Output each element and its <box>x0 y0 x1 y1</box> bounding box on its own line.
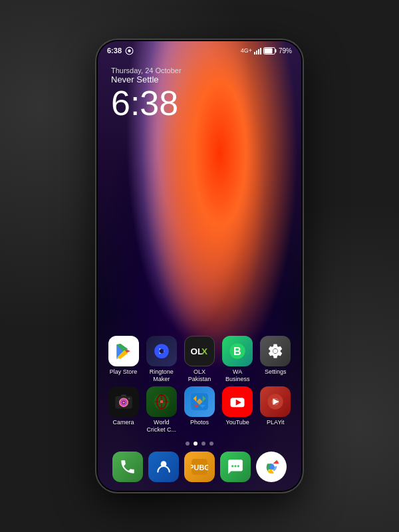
wcc-icon-svg <box>152 392 171 411</box>
chrome-icon-svg <box>262 458 281 476</box>
contacts-icon-svg <box>155 458 172 475</box>
app-youtube[interactable]: YouTube <box>220 386 255 434</box>
signal-bar-2 <box>256 51 257 55</box>
app-grid: Play Store Ringtone Maker <box>98 336 301 438</box>
signal-bars <box>254 47 261 55</box>
dock-phone[interactable] <box>112 452 143 482</box>
page-dot-1 <box>186 442 190 446</box>
app-playit[interactable]: PLAYit <box>258 386 293 434</box>
page-dot-4 <box>209 442 213 446</box>
svg-text:X: X <box>201 346 207 356</box>
screen-record-icon <box>125 47 134 55</box>
dock-chrome[interactable] <box>256 452 287 482</box>
dock-contacts[interactable] <box>148 452 179 482</box>
svg-rect-4 <box>264 48 272 53</box>
wa-business-label: WA Business <box>220 368 255 383</box>
photos-label: Photos <box>190 419 209 426</box>
svg-rect-3 <box>275 49 276 53</box>
signal-bar-4 <box>260 48 261 55</box>
settings-label: Settings <box>265 368 287 376</box>
app-ringtone-maker[interactable]: Ringtone Maker <box>144 336 179 383</box>
status-time: 6:38 <box>107 47 122 55</box>
svg-point-11 <box>273 349 278 354</box>
app-wa-business[interactable]: B WA Business <box>220 336 255 383</box>
olx-label: OLX Pakistan <box>182 368 217 383</box>
app-row-1: Play Store Ringtone Maker <box>104 336 295 383</box>
app-camera[interactable]: Camera <box>106 386 141 434</box>
time-display: 6:38 <box>111 86 182 120</box>
motto-display: Never Settle <box>111 74 182 84</box>
svg-point-1 <box>128 49 130 52</box>
app-settings[interactable]: Settings <box>258 336 293 383</box>
date-display: Thursday, 24 October <box>111 66 182 74</box>
page-dot-3 <box>201 442 205 446</box>
wcc-label: World Cricket C... <box>144 419 179 434</box>
photos-icon-svg <box>190 392 209 411</box>
youtube-label: YouTube <box>225 419 249 426</box>
dock-pubg[interactable]: PUBG <box>184 452 215 482</box>
app-dock: PUBG <box>104 448 295 485</box>
outer-background: 6:38 4G+ <box>0 0 399 532</box>
play-store-label: Play Store <box>110 368 138 376</box>
status-right: 4G+ 79% <box>241 47 292 55</box>
olx-icon-svg: OL X <box>190 342 209 360</box>
datetime-widget: Thursday, 24 October Never Settle 6:38 <box>111 66 182 120</box>
camera-icon-svg <box>114 392 133 411</box>
phone-icon-svg <box>119 458 136 475</box>
signal-bar-1 <box>254 52 255 55</box>
ringtone-maker-label: Ringtone Maker <box>144 368 179 383</box>
wa-business-icon-svg: B <box>228 342 247 360</box>
signal-bar-3 <box>258 49 259 55</box>
svg-text:PUBG: PUBG <box>191 464 208 471</box>
app-play-store[interactable]: Play Store <box>106 336 141 383</box>
ringtone-icon-svg <box>153 342 170 360</box>
svg-point-15 <box>122 402 125 404</box>
app-photos[interactable]: Photos <box>182 386 217 434</box>
app-row-2: Camera World <box>104 386 295 434</box>
page-dot-2 <box>194 442 198 446</box>
app-wcc[interactable]: World Cricket C... <box>144 386 179 434</box>
battery-percent: 79% <box>279 47 292 55</box>
playit-icon-svg <box>266 392 285 411</box>
settings-icon-svg <box>267 342 284 360</box>
youtube-icon-svg <box>228 392 247 411</box>
status-left: 6:38 <box>107 47 134 55</box>
pubg-icon-svg: PUBG <box>191 458 208 475</box>
svg-point-16 <box>128 398 130 400</box>
camera-label: Camera <box>113 419 134 426</box>
svg-point-36 <box>231 465 233 467</box>
phone-device: 6:38 4G+ <box>96 40 303 492</box>
svg-point-21 <box>160 400 163 404</box>
phone-screen: 6:38 4G+ <box>98 41 301 491</box>
status-bar: 6:38 4G+ <box>98 41 301 60</box>
svg-text:B: B <box>233 345 241 357</box>
svg-point-41 <box>269 465 274 469</box>
page-dots <box>98 442 301 446</box>
messages-icon-svg <box>227 458 244 475</box>
play-store-icon-svg <box>114 342 133 360</box>
svg-point-38 <box>237 465 239 467</box>
playit-label: PLAYit <box>267 419 285 426</box>
svg-point-6 <box>160 349 164 354</box>
svg-point-37 <box>234 465 236 467</box>
battery-icon <box>263 47 277 55</box>
signal-text: 4G+ <box>241 47 252 54</box>
dock-messages[interactable] <box>220 452 251 482</box>
app-olx[interactable]: OL X OLX Pakistan <box>182 336 217 383</box>
